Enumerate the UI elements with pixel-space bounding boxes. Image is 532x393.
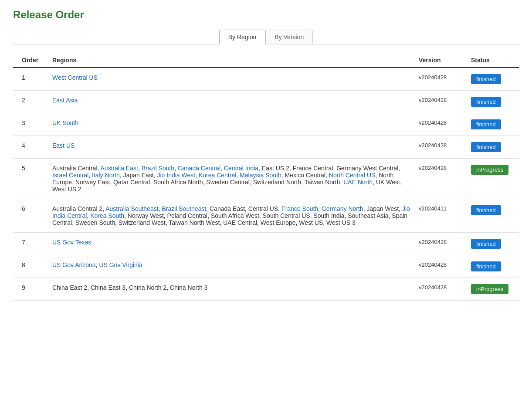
- status-badge: finished: [471, 239, 501, 249]
- region-link[interactable]: US Gov Virginia: [99, 261, 142, 268]
- cell-version: v20240428: [414, 233, 467, 255]
- cell-status: finished: [467, 113, 519, 136]
- cell-regions: East US: [48, 136, 414, 159]
- region-link[interactable]: Israel Central: [52, 172, 88, 179]
- cell-status: finished: [467, 255, 519, 278]
- cell-regions: US Gov Texas: [48, 233, 414, 255]
- tab-bar: By Region By Version: [13, 30, 519, 44]
- region-text: Germany West Central: [336, 165, 398, 172]
- cell-status: finished: [467, 68, 519, 91]
- region-text: Norway East: [75, 179, 110, 186]
- cell-order: 1: [13, 68, 48, 91]
- region-text: Qatar Central: [113, 179, 150, 186]
- table-row: 3UK Southv20240428finished: [13, 113, 519, 136]
- region-text: East US 2: [262, 165, 289, 172]
- tab-by-version[interactable]: By Version: [265, 30, 313, 44]
- region-link[interactable]: Korea Central: [199, 172, 236, 179]
- table-row: 4East USv20240428finished: [13, 136, 519, 159]
- region-link[interactable]: Central India: [224, 165, 258, 172]
- cell-version: v20240411: [414, 199, 467, 233]
- region-text: South Africa West: [211, 212, 259, 219]
- cell-status: finished: [467, 136, 519, 159]
- region-link[interactable]: East US: [52, 142, 75, 149]
- col-status: Status: [467, 53, 519, 68]
- region-link[interactable]: UK South: [52, 119, 78, 126]
- region-text: West US 3: [326, 219, 356, 226]
- cell-regions: East Asia: [48, 91, 414, 113]
- cell-version: v20240428: [414, 91, 467, 113]
- region-text: South India: [314, 212, 345, 219]
- cell-regions: UK South: [48, 113, 414, 136]
- region-text: Switzerland West: [119, 219, 166, 226]
- cell-regions: Australia Central 2, Australia Southeast…: [48, 199, 414, 233]
- region-text: China North 2: [129, 284, 166, 291]
- region-link[interactable]: Canada Central: [178, 165, 220, 172]
- table-row: 5Australia Central, Australia East, Braz…: [13, 159, 519, 199]
- table-row: 1West Central USv20240428finished: [13, 68, 519, 91]
- status-badge: inProgress: [471, 284, 508, 294]
- cell-version: v20240428: [414, 159, 467, 199]
- table-row: 2East Asiav20240428finished: [13, 91, 519, 113]
- cell-version: v20240428: [414, 68, 467, 91]
- region-link[interactable]: UAE North: [343, 179, 373, 186]
- region-link[interactable]: France South: [281, 205, 318, 212]
- region-text: France Central: [293, 165, 333, 172]
- region-link[interactable]: East Asia: [52, 97, 78, 104]
- region-text: Taiwan North: [305, 179, 340, 186]
- cell-status: inProgress: [467, 159, 519, 199]
- region-text: Taiwan North West: [169, 219, 220, 226]
- region-link[interactable]: Australia Southeast: [105, 205, 158, 212]
- region-link[interactable]: Germany North: [322, 205, 363, 212]
- col-regions: Regions: [48, 53, 414, 68]
- region-link[interactable]: Jio India West: [157, 172, 195, 179]
- table-row: 7US Gov Texasv20240428finished: [13, 233, 519, 255]
- table-row: 9China East 2, China East 3, China North…: [13, 278, 519, 301]
- tab-by-region[interactable]: By Region: [219, 30, 266, 44]
- cell-status: inProgress: [467, 278, 519, 301]
- region-link[interactable]: Brazil South: [142, 165, 174, 172]
- region-text: China East 3: [91, 284, 125, 291]
- region-text: Sweden South: [75, 219, 115, 226]
- status-badge: finished: [471, 261, 501, 271]
- region-text: China North 3: [170, 284, 207, 291]
- region-link[interactable]: North Central US: [329, 172, 376, 179]
- cell-version: v20240428: [414, 113, 467, 136]
- region-text: UK West: [376, 179, 400, 186]
- region-text: West US: [299, 219, 323, 226]
- region-text: Australia Central 2: [52, 205, 102, 212]
- cell-order: 5: [13, 159, 48, 199]
- cell-order: 9: [13, 278, 48, 301]
- cell-version: v20240428: [414, 278, 467, 301]
- region-text: Southeast Asia: [348, 212, 388, 219]
- region-link[interactable]: US Gov Arizona: [52, 261, 96, 268]
- table-row: 6Australia Central 2, Australia Southeas…: [13, 199, 519, 233]
- region-text: Sweden Central: [206, 179, 250, 186]
- region-link[interactable]: West Central US: [52, 74, 98, 81]
- status-badge: finished: [471, 97, 501, 107]
- region-link[interactable]: US Gov Texas: [52, 239, 91, 246]
- region-text: South Central US: [263, 212, 310, 219]
- status-badge: inProgress: [471, 165, 508, 175]
- region-text: Australia Central: [52, 165, 98, 172]
- cell-order: 4: [13, 136, 48, 159]
- region-text: Japan East: [123, 172, 154, 179]
- region-link[interactable]: Korea South: [90, 212, 124, 219]
- region-link[interactable]: Italy North: [92, 172, 120, 179]
- table-row: 8US Gov Arizona, US Gov Virginiav2024042…: [13, 255, 519, 278]
- region-text: UAE Central: [223, 219, 257, 226]
- status-badge: finished: [471, 142, 501, 152]
- region-text: South Africa North: [153, 179, 203, 186]
- region-text: West Europe: [261, 219, 296, 226]
- region-link[interactable]: Malaysia South: [240, 172, 281, 179]
- region-text: China East 2: [52, 284, 87, 291]
- region-text: Poland Central: [167, 212, 208, 219]
- cell-status: finished: [467, 233, 519, 255]
- cell-status: finished: [467, 199, 519, 233]
- region-link[interactable]: Brazil Southeast: [162, 205, 206, 212]
- cell-order: 3: [13, 113, 48, 136]
- cell-status: finished: [467, 91, 519, 113]
- region-link[interactable]: Australia East: [101, 165, 138, 172]
- region-text: Central US: [248, 205, 278, 212]
- cell-regions: West Central US: [48, 68, 414, 91]
- region-text: Japan West: [366, 205, 399, 212]
